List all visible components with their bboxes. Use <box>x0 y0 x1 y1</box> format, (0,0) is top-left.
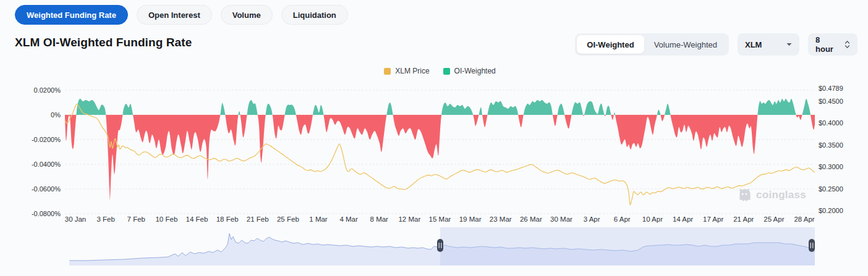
segment-oi-weighted[interactable]: OI-Weighted <box>577 35 644 54</box>
weighting-segmented-control: OI-Weighted Volume-Weighted <box>575 33 729 56</box>
left-axis-tick: 0% <box>0 111 61 119</box>
tab-open-interest[interactable]: Open Interest <box>137 5 212 25</box>
x-axis-tick: 17 Apr <box>703 215 723 224</box>
page-title: XLM OI-Weighted Funding Rate <box>15 36 192 49</box>
legend-item-xlm-price[interactable]: XLM Price <box>384 67 429 75</box>
xlm-price-swatch-icon <box>384 68 391 75</box>
x-axis-tick: 3 Feb <box>96 215 114 224</box>
left-axis-tick: 0.0200% <box>0 86 61 94</box>
right-axis-tick: $0.3500 <box>819 141 843 149</box>
x-axis-tick: 30 Jan <box>65 215 87 224</box>
chart-controls: OI-Weighted Volume-Weighted XLM 8 hour <box>575 33 857 56</box>
x-axis-tick: 10 Apr <box>642 215 663 224</box>
chart-legend: XLM Price OI-Weighted <box>65 67 815 75</box>
range-navigator[interactable] <box>69 227 815 266</box>
x-axis-tick: 25 Feb <box>277 215 299 224</box>
navigator-handle-left[interactable] <box>437 239 443 252</box>
tab-liquidation[interactable]: Liquidation <box>281 5 348 25</box>
navigator-handle-right[interactable] <box>809 239 815 252</box>
symbol-select[interactable]: XLM <box>738 33 799 56</box>
funding-rate-chart-plot[interactable] <box>65 86 815 215</box>
symbol-select-value: XLM <box>745 40 762 49</box>
x-axis-tick: 6 Apr <box>614 215 631 224</box>
x-axis-tick: 19 Mar <box>459 215 482 224</box>
legend-label: OI-Weighted <box>454 67 496 75</box>
interval-select-value: 8 hour <box>815 35 838 54</box>
left-axis-tick: -0.0600% <box>0 185 61 193</box>
x-axis-tick: 18 Feb <box>216 215 239 224</box>
legend-label: XLM Price <box>395 67 429 75</box>
up-down-arrows-icon <box>845 40 850 49</box>
x-axis-tick: 28 Apr <box>794 215 814 224</box>
x-axis-tick: 8 Mar <box>370 215 388 224</box>
right-axis-tick: $0.4500 <box>819 97 843 106</box>
x-axis-tick: 7 Feb <box>127 215 145 224</box>
segment-volume-weighted[interactable]: Volume-Weighted <box>644 35 727 54</box>
interval-select[interactable]: 8 hour <box>808 33 857 56</box>
x-axis-tick: 30 Mar <box>550 215 572 224</box>
oi-weighted-swatch-icon <box>443 68 450 75</box>
left-axis-tick: -0.0800% <box>0 209 61 218</box>
x-axis-tick: 26 Mar <box>520 215 542 224</box>
left-axis-tick: -0.0400% <box>0 160 61 169</box>
x-axis-tick: 21 Apr <box>733 215 754 224</box>
chevron-down-icon <box>786 43 792 46</box>
tab-volume[interactable]: Volume <box>221 5 273 25</box>
x-axis-tick: 1 Mar <box>309 215 327 224</box>
right-axis-tick: $0.2000 <box>819 206 843 215</box>
right-axis-tick: $0.4000 <box>819 119 843 127</box>
x-axis-tick: 25 Apr <box>764 215 784 224</box>
navigator-selection[interactable] <box>440 227 815 266</box>
page: { "tabs": [ {"label": "Weighted Funding … <box>0 0 868 276</box>
x-axis-tick: 14 Apr <box>673 215 693 224</box>
x-axis-tick: 10 Feb <box>155 215 177 224</box>
x-axis-tick: 4 Mar <box>339 215 357 224</box>
x-axis-tick: 12 Mar <box>398 215 420 224</box>
x-axis-tick: 14 Feb <box>186 215 208 224</box>
right-axis-tick: $0.4789 <box>819 84 843 93</box>
oi-weighted-positive-area <box>65 99 815 200</box>
x-axis-tick: 21 Feb <box>247 215 269 224</box>
right-axis-tick: $0.2500 <box>819 185 843 193</box>
tab-weighted-funding-rate[interactable]: Weighted Funding Rate <box>15 5 128 25</box>
left-axis-tick: -0.0200% <box>0 135 61 144</box>
top-tabs: Weighted Funding Rate Open Interest Volu… <box>15 5 348 25</box>
x-axis-tick: 3 Apr <box>584 215 600 224</box>
x-axis-tick: 15 Mar <box>429 215 451 224</box>
x-axis-tick: 23 Mar <box>490 215 512 224</box>
oi-weighted-negative-area <box>65 99 815 200</box>
right-axis-tick: $0.3000 <box>819 162 843 171</box>
legend-item-oi-weighted[interactable]: OI-Weighted <box>443 67 496 75</box>
